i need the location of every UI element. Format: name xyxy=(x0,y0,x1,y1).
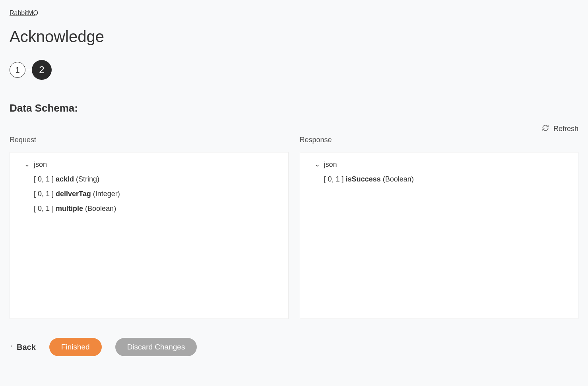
stepper: 1 2 xyxy=(10,60,578,80)
field-name: isSuccess xyxy=(346,175,381,183)
field-type: (Boolean) xyxy=(383,175,414,183)
request-panel: json [ 0, 1 ] ackId (String) [ 0, 1 ] de… xyxy=(10,152,289,319)
field-cardinality: [ 0, 1 ] xyxy=(34,190,54,198)
request-fields: [ 0, 1 ] ackId (String) [ 0, 1 ] deliver… xyxy=(24,174,274,214)
field-name: deliverTag xyxy=(56,190,91,198)
field-name: multiple xyxy=(56,205,83,212)
section-title: Data Schema: xyxy=(10,102,578,114)
response-title: Response xyxy=(300,136,579,144)
response-fields: [ 0, 1 ] isSuccess (Boolean) xyxy=(314,174,564,185)
step-connector xyxy=(25,70,32,70)
step-1[interactable]: 1 xyxy=(10,62,25,78)
back-button[interactable]: Back xyxy=(10,343,36,352)
chevron-down-icon xyxy=(24,162,30,168)
field-cardinality: [ 0, 1 ] xyxy=(34,205,54,212)
refresh-icon xyxy=(541,124,549,133)
response-root-label: json xyxy=(324,160,337,169)
request-root-label: json xyxy=(34,160,47,169)
request-column: Request json [ 0, 1 ] ackId (String) [ 0… xyxy=(10,136,289,319)
response-column: Response json [ 0, 1 ] isSuccess (Boolea… xyxy=(300,136,579,319)
breadcrumb-link[interactable]: RabbitMQ xyxy=(10,10,38,16)
field-type: (Integer) xyxy=(93,190,120,198)
refresh-label: Refresh xyxy=(553,125,578,133)
refresh-button[interactable]: Refresh xyxy=(10,124,578,133)
back-label: Back xyxy=(17,343,36,352)
field-name: ackId xyxy=(56,175,74,183)
step-2[interactable]: 2 xyxy=(32,60,52,80)
field-cardinality: [ 0, 1 ] xyxy=(324,175,344,183)
request-field: [ 0, 1 ] multiple (Boolean) xyxy=(34,203,274,214)
request-json-root[interactable]: json xyxy=(24,160,274,169)
request-field: [ 0, 1 ] deliverTag (Integer) xyxy=(34,188,274,200)
chevron-down-icon xyxy=(314,162,320,168)
request-field: [ 0, 1 ] ackId (String) xyxy=(34,174,274,185)
response-panel: json [ 0, 1 ] isSuccess (Boolean) xyxy=(300,152,579,319)
field-cardinality: [ 0, 1 ] xyxy=(34,175,54,183)
chevron-left-icon xyxy=(10,344,14,351)
finished-button[interactable]: Finished xyxy=(49,338,102,356)
response-field: [ 0, 1 ] isSuccess (Boolean) xyxy=(324,174,564,185)
field-type: (Boolean) xyxy=(85,205,116,212)
field-type: (String) xyxy=(76,175,99,183)
page-title: Acknowledge xyxy=(10,28,578,46)
request-title: Request xyxy=(10,136,289,144)
discard-changes-button[interactable]: Discard Changes xyxy=(115,338,197,356)
response-json-root[interactable]: json xyxy=(314,160,564,169)
footer-actions: Back Finished Discard Changes xyxy=(10,338,578,356)
